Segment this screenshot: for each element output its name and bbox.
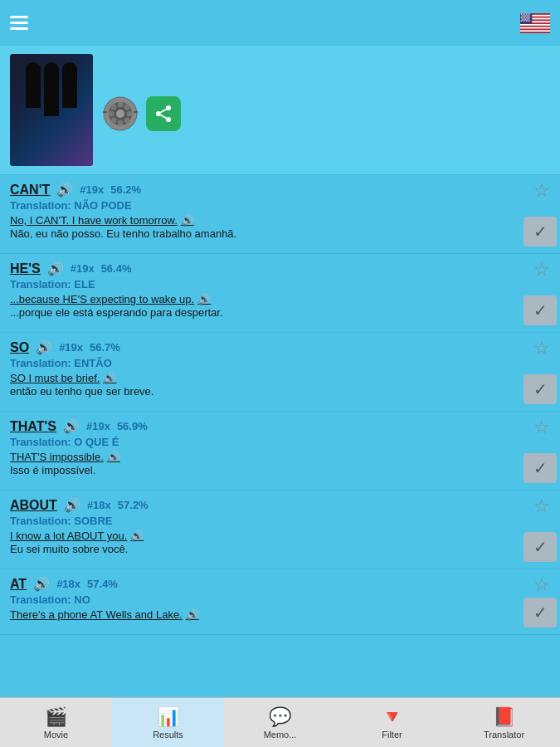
translation-label: Translation: O QUE É	[10, 436, 550, 448]
word-entry: ☆ THAT'S 🔊 #19x 56.9% Translation: O QUE…	[0, 412, 560, 491]
movie-actions	[103, 96, 550, 131]
star-button[interactable]: ☆	[533, 497, 550, 515]
menu-button[interactable]	[10, 16, 28, 30]
translation-label: Translation: ENTÃO	[10, 357, 550, 369]
word-label: ABOUT	[10, 498, 57, 513]
nav-icon: 💬	[269, 706, 291, 728]
percent-badge: 57.4%	[87, 578, 118, 590]
example-en: SO I must be brief. 🔊	[10, 372, 550, 384]
film-reel-icon[interactable]	[103, 96, 138, 131]
svg-point-46	[111, 117, 117, 123]
sound-icon-2[interactable]: 🔊	[107, 451, 120, 463]
svg-point-49	[166, 105, 171, 110]
movie-poster	[10, 54, 93, 166]
rank-badge: #19x	[86, 420, 110, 432]
svg-rect-4	[520, 23, 550, 25]
example-en-text: SO I must be brief.	[10, 372, 100, 384]
example-pt: então eu tenho que ser breve.	[10, 385, 550, 398]
check-button[interactable]: ✓	[523, 532, 557, 562]
word-label: SO	[10, 340, 29, 355]
percent-badge: 56.9%	[117, 420, 148, 432]
nav-icon: 🎬	[45, 706, 67, 728]
sound-icon-2[interactable]: 🔊	[103, 372, 116, 384]
word-row: HE'S 🔊 #19x 56.4%	[10, 261, 550, 276]
svg-point-41	[109, 110, 114, 116]
rank-badge: #18x	[56, 578, 80, 590]
check-button[interactable]: ✓	[523, 217, 557, 247]
sound-icon[interactable]: 🔊	[36, 339, 52, 355]
word-row: THAT'S 🔊 #19x 56.9%	[10, 418, 550, 434]
entries-container: ☆ CAN'T 🔊 #19x 56.2% Translation: NÃO PO…	[0, 175, 560, 696]
example-en: THAT'S impossible. 🔊	[10, 451, 550, 463]
nav-icon: 📊	[157, 706, 179, 728]
star-button[interactable]: ☆	[533, 418, 550, 437]
sound-icon-2[interactable]: 🔊	[197, 293, 211, 305]
nav-item-memo---[interactable]: 💬 Memo...	[224, 698, 336, 747]
nav-item-movie[interactable]: 🎬 Movie	[0, 698, 112, 747]
nav-label: Translator	[484, 730, 524, 740]
star-button[interactable]: ☆	[533, 576, 550, 594]
star-button[interactable]: ☆	[533, 261, 550, 279]
nav-label: Results	[153, 730, 183, 740]
language-flag-icon[interactable]: ★★★★★★ ★★★★★ ★★★★★★ ★★★★★ ★★★★★★	[520, 13, 550, 33]
word-label: THAT'S	[10, 419, 56, 434]
check-button[interactable]: ✓	[523, 453, 557, 483]
sound-icon[interactable]: 🔊	[64, 497, 80, 513]
example-en: There's a phone AT Wells and Lake. 🔊	[10, 608, 550, 621]
translation-label: Translation: ELE	[10, 278, 550, 290]
svg-line-53	[161, 109, 167, 112]
check-button[interactable]: ✓	[523, 374, 557, 404]
rank-badge: #18x	[87, 499, 111, 511]
nav-item-translator[interactable]: 📕 Translator	[448, 698, 560, 747]
example-en-text: There's a phone AT Wells and Lake.	[10, 608, 183, 621]
word-label: AT	[10, 577, 27, 592]
example-en-text: THAT'S impossible.	[10, 451, 104, 463]
nav-label: Filter	[382, 730, 402, 740]
star-button[interactable]: ☆	[533, 182, 550, 200]
rank-badge: #19x	[80, 183, 104, 196]
svg-rect-47	[103, 111, 107, 113]
svg-point-44	[124, 117, 130, 123]
bottom-nav: 🎬 Movie 📊 Results 💬 Memo... 🔻 Filter 📕 T…	[0, 697, 560, 747]
sound-icon[interactable]: 🔊	[63, 418, 80, 434]
svg-rect-5	[520, 27, 550, 28]
percent-badge: 56.4%	[101, 262, 132, 275]
movie-info	[103, 90, 550, 131]
share-button[interactable]	[146, 96, 181, 131]
sound-icon[interactable]: 🔊	[33, 576, 50, 592]
svg-point-38	[116, 110, 124, 118]
nav-icon: 📕	[493, 706, 515, 728]
nav-item-filter[interactable]: 🔻 Filter	[336, 698, 448, 747]
example-pt: Eu sei muito sobre você.	[10, 543, 550, 555]
svg-rect-6	[520, 30, 550, 32]
word-entry: ☆ HE'S 🔊 #19x 56.4% Translation: ELE ...…	[0, 254, 560, 333]
check-button[interactable]: ✓	[523, 598, 557, 627]
svg-point-40	[118, 120, 124, 125]
word-entry: ☆ CAN'T 🔊 #19x 56.2% Translation: NÃO PO…	[0, 175, 560, 254]
example-en-text: No, I CAN'T. I have work tomorrow.	[10, 214, 178, 227]
nav-item-results[interactable]: 📊 Results	[112, 698, 224, 747]
sound-icon-2[interactable]: 🔊	[130, 530, 144, 542]
sound-icon[interactable]: 🔊	[47, 261, 64, 276]
svg-point-50	[156, 111, 161, 116]
sound-icon-2[interactable]: 🔊	[181, 214, 194, 227]
check-button[interactable]: ✓	[523, 295, 557, 325]
word-row: SO 🔊 #19x 56.7%	[10, 339, 550, 355]
svg-point-45	[124, 104, 130, 110]
word-label: HE'S	[10, 261, 41, 276]
star-button[interactable]: ☆	[533, 339, 550, 358]
word-entry: ☆ ABOUT 🔊 #18x 57.2% Translation: SOBRE …	[0, 491, 560, 569]
movie-card	[0, 46, 560, 175]
svg-point-42	[127, 110, 133, 116]
example-en-text: ...because HE'S expecting to wake up.	[10, 293, 194, 305]
example-en: No, I CAN'T. I have work tomorrow. 🔊	[10, 214, 550, 227]
translation-label: Translation: NO	[10, 593, 550, 606]
sound-icon-2[interactable]: 🔊	[186, 608, 199, 621]
svg-point-43	[111, 104, 117, 110]
translation-label: Translation: NÃO PODE	[10, 199, 550, 212]
word-row: CAN'T 🔊 #19x 56.2%	[10, 182, 550, 198]
example-en: I know a lot ABOUT you. 🔊	[10, 530, 550, 542]
word-entry: ☆ SO 🔊 #19x 56.7% Translation: ENTÃO SO …	[0, 333, 560, 412]
sound-icon[interactable]: 🔊	[56, 182, 73, 198]
word-row: AT 🔊 #18x 57.4%	[10, 576, 550, 592]
